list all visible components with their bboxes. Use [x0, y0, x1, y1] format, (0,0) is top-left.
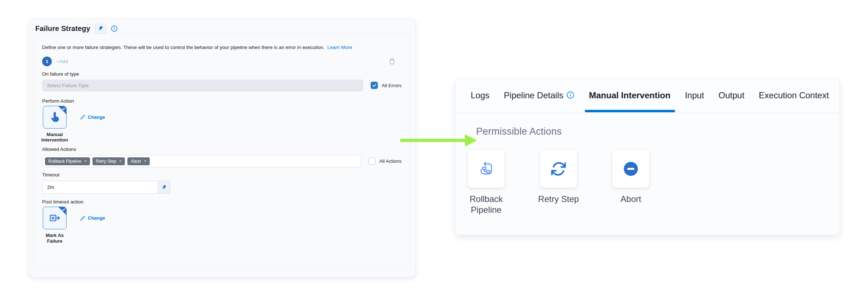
strategy-form: Define one or more failure strategies. T…	[33, 33, 411, 268]
action-label: Rollback Pipeline	[459, 194, 513, 215]
tag-retry-step: Retry Step ✕	[92, 157, 125, 165]
tag-abort: Abort ✕	[127, 157, 150, 165]
timeout-row	[42, 181, 402, 194]
perform-action-value: Manual Intervention	[40, 132, 69, 143]
strategy-list-row: 1 +Add	[42, 57, 402, 66]
tag-label: Rollback Pipeline	[48, 159, 81, 164]
manual-intervention-card[interactable]	[43, 106, 67, 129]
pin-icon	[161, 185, 167, 190]
change-label: Change	[88, 114, 105, 120]
retry-step-button[interactable]	[540, 149, 577, 188]
all-errors-label: All Errors	[381, 83, 402, 88]
tab-label: Logs	[471, 90, 489, 100]
tab-input[interactable]: Input	[685, 79, 704, 112]
timeout-label: Timeout	[42, 172, 402, 178]
post-timeout-label: Post timeout action	[42, 199, 402, 205]
info-icon-glyph	[111, 25, 118, 32]
allowed-actions-label: Allowed Actions	[42, 147, 402, 152]
tab-execution-context[interactable]: Execution Context	[759, 79, 829, 112]
rollback-pipeline-icon	[478, 161, 494, 177]
panel-title: Failure Strategy	[35, 24, 90, 33]
arrow-annotation	[396, 134, 482, 147]
all-actions-checkbox[interactable]	[369, 158, 376, 165]
remove-tag-button[interactable]: ✕	[84, 159, 87, 163]
tab-label: Execution Context	[759, 90, 829, 100]
retry-step-icon	[550, 161, 567, 177]
panel-header: Failure Strategy	[29, 19, 415, 33]
allowed-actions-row: Rollback Pipeline ✕ Retry Step ✕ Abort ✕…	[42, 155, 402, 167]
selected-check-icon	[62, 208, 65, 212]
tab-output[interactable]: Output	[719, 79, 745, 112]
permissible-actions: Rollback Pipeline Retry Step	[459, 149, 840, 215]
timeout-pin-button[interactable]	[158, 181, 170, 194]
post-timeout-row: Mark As Failure Change	[42, 207, 402, 244]
perform-action-row: Manual Intervention Change	[42, 106, 402, 143]
remove-tag-button[interactable]: ✕	[119, 159, 122, 163]
pencil-icon	[80, 216, 85, 221]
selected-check-icon	[62, 107, 65, 111]
tab-label: Pipeline Details	[504, 90, 563, 100]
page: Failure Strategy Define one or more fail…	[0, 0, 868, 301]
info-icon[interactable]	[111, 25, 118, 32]
trash-icon	[389, 58, 395, 64]
rollback-pipeline-button[interactable]	[467, 149, 505, 188]
timeout-input[interactable]	[42, 181, 158, 194]
all-actions-checkbox-group[interactable]: All Actions	[369, 158, 402, 165]
add-strategy-button[interactable]: +Add	[56, 59, 68, 64]
allowed-actions-input[interactable]: Rollback Pipeline ✕ Retry Step ✕ Abort ✕	[42, 155, 361, 167]
tag-rollback-pipeline: Rollback Pipeline ✕	[45, 157, 90, 165]
tab-pipeline-details[interactable]: Pipeline Details	[504, 79, 574, 112]
manual-intervention-content: Permissible Actions Rollback Pipeline	[456, 112, 840, 235]
details-panel: Logs Pipeline Details Manual Interventio…	[455, 78, 840, 235]
permissible-action-abort: Abort	[604, 149, 658, 215]
pin-button[interactable]	[95, 24, 106, 33]
abort-icon	[623, 161, 639, 177]
change-action-link[interactable]: Change	[80, 114, 105, 120]
post-timeout-value: Mark As Failure	[43, 233, 66, 244]
pin-icon	[98, 26, 103, 31]
on-failure-label: On failure of type	[42, 71, 402, 77]
action-label: Retry Step	[538, 194, 579, 205]
tag-label: Retry Step	[96, 159, 116, 164]
tab-manual-intervention[interactable]: Manual Intervention	[589, 79, 670, 112]
perform-action-label: Perform Action	[42, 98, 402, 104]
all-errors-checkbox-group[interactable]: All Errors	[371, 82, 402, 89]
pencil-icon	[80, 114, 85, 120]
tab-bar: Logs Pipeline Details Manual Interventio…	[456, 79, 840, 112]
tab-label: Input	[685, 90, 704, 100]
all-actions-label: All Actions	[379, 158, 402, 164]
action-label: Abort	[620, 194, 641, 205]
failure-strategy-panel: Failure Strategy Define one or more fail…	[29, 18, 416, 277]
abort-button[interactable]	[612, 149, 650, 188]
strategy-number-badge[interactable]: 1	[42, 57, 52, 66]
change-label: Change	[88, 215, 105, 221]
failure-type-select[interactable]	[42, 80, 363, 91]
tag-label: Abort	[131, 159, 141, 164]
permissible-action-retry-step: Retry Step	[532, 149, 586, 215]
permissible-action-rollback-pipeline: Rollback Pipeline	[459, 149, 513, 215]
mark-as-failure-card[interactable]	[43, 207, 67, 229]
tab-label: Manual Intervention	[589, 90, 670, 100]
delete-strategy-button[interactable]	[389, 58, 395, 64]
info-icon	[566, 91, 574, 99]
tab-logs[interactable]: Logs	[471, 79, 489, 112]
remove-tag-button[interactable]: ✕	[144, 159, 147, 163]
check-icon	[372, 83, 377, 88]
section-title: Permissible Actions	[476, 126, 840, 137]
description-text: Define one or more failure strategies. T…	[42, 45, 325, 50]
change-post-timeout-link[interactable]: Change	[80, 215, 105, 221]
learn-more-link[interactable]: Learn More	[327, 45, 352, 50]
info-icon-glyph	[566, 91, 574, 99]
all-errors-checkbox[interactable]	[371, 82, 378, 89]
failure-type-row: All Errors	[42, 80, 402, 91]
strategy-description: Define one or more failure strategies. T…	[42, 44, 402, 51]
tab-label: Output	[719, 90, 745, 100]
